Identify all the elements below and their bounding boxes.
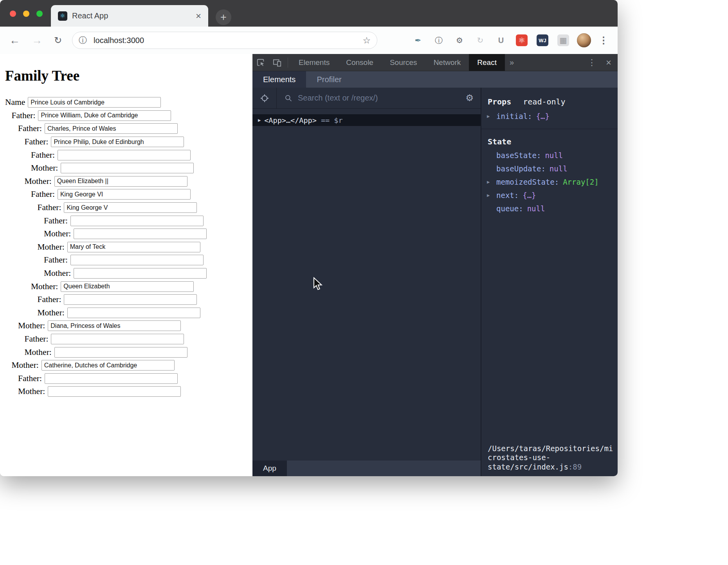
devtools-tab-list: ElementsConsoleSourcesNetworkReact (290, 54, 505, 71)
new-tab-button[interactable]: + (216, 9, 231, 25)
react-devtools-tabbar: ElementsProfiler (252, 71, 618, 88)
field-label: Mother: (25, 347, 52, 357)
window-zoom-button[interactable] (36, 11, 43, 17)
mother-input[interactable] (61, 163, 194, 173)
source-path-link[interactable]: /Users/taras/Repositories/microstates-us… (488, 444, 614, 472)
expand-arrow-icon[interactable]: ▶ (487, 113, 496, 120)
ublock-extension-icon[interactable]: U (495, 34, 507, 46)
devtools-menu-icon[interactable]: ⋮ (584, 58, 600, 68)
devtools-tab-console[interactable]: Console (338, 54, 382, 71)
inspect-element-icon[interactable] (252, 54, 269, 71)
component-row-app[interactable]: ▶ <App>…</App> == $r (252, 114, 481, 126)
browser-menu-icon[interactable]: ⋮ (599, 35, 608, 46)
react-search-bar: ⚙ (252, 88, 481, 109)
mother-input[interactable] (67, 308, 200, 318)
father-input[interactable] (51, 334, 184, 344)
bookmark-star-icon[interactable]: ☆ (362, 35, 371, 46)
expand-arrow-icon[interactable]: ▶ (487, 192, 496, 199)
info-circle-extension-icon[interactable]: ⓘ (433, 34, 445, 46)
app-bottom-tab[interactable]: App (252, 461, 287, 476)
wj-extension-icon[interactable]: WJ (537, 34, 548, 46)
window-close-button[interactable] (10, 11, 16, 17)
search-input[interactable] (297, 93, 465, 103)
mother-input[interactable] (54, 347, 187, 358)
field-label: Mother: (44, 268, 71, 278)
field-label: Father: (38, 295, 61, 304)
device-toolbar-icon[interactable] (269, 54, 285, 71)
father-input[interactable] (70, 255, 204, 265)
field-label: Father: (44, 255, 68, 265)
react-tab-elements[interactable]: Elements (252, 71, 306, 88)
father-input[interactable] (51, 137, 184, 147)
address-bar[interactable]: ⓘ localhost:3000 ☆ (72, 32, 377, 49)
mother-input[interactable] (48, 320, 181, 331)
more-tabs-icon[interactable]: » (505, 58, 519, 67)
field-label: Mother: (25, 176, 52, 186)
url-text[interactable]: localhost:3000 (94, 36, 144, 45)
father-input[interactable] (58, 189, 191, 200)
family-row: Mother: (12, 359, 253, 372)
name-input[interactable] (28, 97, 161, 108)
component-suffix: == $r (321, 116, 343, 124)
father-input[interactable] (70, 216, 204, 226)
browser-tab[interactable]: ⚛ React App × (51, 5, 208, 27)
prop-row: ▶initial:{…} (487, 113, 618, 120)
prop-value: {…} (536, 113, 550, 120)
father-input[interactable] (64, 202, 197, 213)
father-input[interactable] (64, 294, 197, 305)
devtools-tab-elements[interactable]: Elements (290, 54, 338, 71)
gear-extension-icon[interactable]: ⚙ (454, 34, 465, 46)
page-title: Family Tree (5, 67, 252, 84)
expand-arrow-icon[interactable]: ▶ (258, 117, 261, 123)
reload-button[interactable]: ↻ (54, 35, 62, 46)
search-icon (285, 94, 292, 102)
toolbar-right: ✒ⓘ⚙↻U⚛WJ▦ ⋮ (412, 33, 618, 47)
settings-gear-icon[interactable]: ⚙ (465, 93, 474, 103)
refresh-extension-icon[interactable]: ↻ (474, 34, 486, 46)
devtools-close-icon[interactable]: × (600, 57, 618, 68)
expand-arrow-icon[interactable]: ▶ (487, 178, 496, 186)
mother-input[interactable] (48, 386, 181, 397)
site-info-icon[interactable]: ⓘ (79, 35, 87, 46)
divider (481, 129, 618, 129)
mother-input[interactable] (67, 242, 200, 252)
devtools-bottom-bar: App (252, 461, 481, 476)
props-header: Props read-only (488, 97, 618, 106)
react-favicon-icon: ⚛ (58, 11, 67, 21)
forward-button[interactable]: → (32, 34, 42, 47)
father-input[interactable] (45, 123, 178, 134)
field-label: Father: (38, 203, 61, 212)
devtools-tab-react[interactable]: React (469, 54, 505, 71)
eyedropper-extension-icon[interactable]: ✒ (412, 34, 424, 46)
state-row: baseState:null (487, 152, 618, 159)
devtools-tabbar: ElementsConsoleSourcesNetworkReact » ⋮ × (252, 54, 618, 71)
family-row: Father: (38, 293, 253, 306)
devtools-tab-network[interactable]: Network (425, 54, 469, 71)
father-input[interactable] (58, 150, 191, 160)
field-label: Father: (25, 334, 49, 344)
mouse-cursor (313, 277, 323, 291)
family-row: Father: (25, 333, 253, 346)
state-value: null (545, 152, 563, 159)
mother-input[interactable] (61, 281, 194, 292)
family-row: Father: (25, 135, 253, 149)
profile-avatar[interactable] (577, 33, 591, 47)
react-devtools-extension-icon[interactable]: ⚛ (516, 34, 528, 46)
mother-input[interactable] (41, 360, 175, 371)
back-button[interactable]: ← (9, 34, 20, 47)
select-element-target-icon[interactable] (252, 88, 277, 108)
mother-input[interactable] (74, 268, 207, 279)
misc-extension-icon[interactable]: ▦ (557, 34, 569, 46)
mother-input[interactable] (54, 176, 187, 187)
devtools-tab-sources[interactable]: Sources (382, 54, 425, 71)
father-input[interactable] (45, 373, 178, 384)
window-minimize-button[interactable] (23, 11, 29, 17)
state-key: baseState: (496, 152, 541, 159)
tab-close-icon[interactable]: × (196, 11, 201, 21)
state-title: State (488, 137, 618, 146)
react-tab-profiler[interactable]: Profiler (306, 71, 352, 88)
mother-input[interactable] (74, 229, 207, 239)
tab-title: React App (72, 11, 108, 20)
father-input[interactable] (38, 110, 171, 121)
field-label: Mother: (31, 282, 58, 291)
